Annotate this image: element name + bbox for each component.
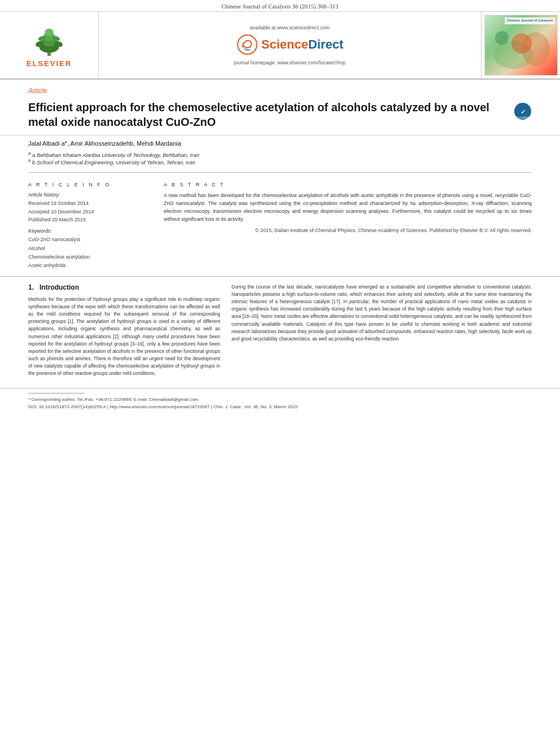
intro-right-col: During the course of the last decade, na… xyxy=(231,283,532,378)
page: Chinese Journal of Catalysis 36 (2015) 3… xyxy=(0,0,560,747)
doi-line: DOI: 10.1016/S1872-2067(14)60259-X | htt… xyxy=(28,403,532,411)
intro-right-text: During the course of the last decade, na… xyxy=(231,283,532,343)
svg-text:✓: ✓ xyxy=(520,108,526,115)
article-type-label: Article xyxy=(28,87,47,95)
footer-divider xyxy=(28,393,85,394)
abstract-text: A new method has been developed for the … xyxy=(164,192,532,224)
abstract-copyright: © 2015, Dalian Institute of Chemical Phy… xyxy=(164,227,532,235)
article-type-section: Article xyxy=(0,80,560,98)
affiliation-a: a a Behbahan Khatam Alanbia University o… xyxy=(28,151,532,158)
article-info-col: A R T I C L E I N F O Article history: R… xyxy=(28,182,152,270)
sciencedirect-icon xyxy=(237,34,258,55)
svg-point-12 xyxy=(511,33,532,54)
keywords-label: Keywords: xyxy=(28,228,152,234)
article-info-header: A R T I C L E I N F O xyxy=(28,182,152,187)
sciencedirect-logo: ScienceDirect xyxy=(237,34,344,55)
crossmark-badge-icon: ✓ CrossMark xyxy=(514,102,532,120)
corresponding-author-line: * Corresponding author. Tel./Fax: +98-67… xyxy=(28,396,532,404)
divider-1 xyxy=(28,172,532,173)
elsevier-brand-text: ELSEVIER xyxy=(27,59,72,68)
available-text: available at www.sciencedirect.com xyxy=(250,25,330,30)
elsevier-logo: ELSEVIER xyxy=(27,23,72,68)
article-title-section: Efficient approach for the chemoselectiv… xyxy=(0,98,560,136)
sciencedirect-text: ScienceDirect xyxy=(261,37,344,52)
sd-direct: Direct xyxy=(308,37,343,51)
svg-text:CrossMark: CrossMark xyxy=(516,116,530,119)
affiliation-a-text: a Behbahan Khatam Alanbia University of … xyxy=(32,152,199,158)
authors-line: Jalal Albadi a*, Amir Alihosseinzadehb, … xyxy=(28,140,532,147)
elsevier-logo-section: ELSEVIER xyxy=(0,12,99,78)
history-label: Article history: xyxy=(28,192,152,198)
journal-header-bar: Chinese Journal of Catalysis 36 (2015) 3… xyxy=(0,0,560,12)
keyword-3: Chemoselective acetylation xyxy=(28,253,152,261)
intro-left-col: 1. Introduction Methods for the protecti… xyxy=(28,283,220,378)
article-info-abstract-section: A R T I C L E I N F O Article history: R… xyxy=(0,176,560,276)
authors-text: Jalal Albadi a*, Amir Alihosseinzadehb, … xyxy=(28,140,181,147)
intro-section-title: 1. Introduction xyxy=(28,283,220,291)
history-accepted: Accepted 10 December 2014 xyxy=(28,208,152,216)
svg-point-4 xyxy=(45,28,53,36)
intro-number: 1. xyxy=(28,283,34,291)
history-received: Received 19 October 2014 xyxy=(28,199,152,207)
sd-science: Science xyxy=(261,37,308,51)
main-content: 1. Introduction Methods for the protecti… xyxy=(0,277,560,383)
cover-decoration xyxy=(485,15,558,76)
affiliation-b: b b School of Chemical Engineering, Univ… xyxy=(28,158,532,165)
elsevier-tree-icon xyxy=(29,23,69,57)
journal-cover-image: Chinese Journal of Catalysis xyxy=(484,15,558,76)
journal-cover-section: Chinese Journal of Catalysis xyxy=(481,12,560,78)
homepage-text: journal homepage: www.elsevier.com/locat… xyxy=(234,60,346,65)
abstract-col: A B S T R A C T A new method has been de… xyxy=(164,182,532,270)
svg-point-13 xyxy=(495,31,509,45)
affiliation-b-text: b School of Chemical Engineering, Univer… xyxy=(32,159,195,165)
keyword-1: CuO-ZnO nanocatalyst xyxy=(28,235,152,244)
page-footer: * Corresponding author. Tel./Fax: +98-67… xyxy=(0,388,560,414)
history-published: Published 20 March 2015 xyxy=(28,216,152,224)
abstract-header: A B S T R A C T xyxy=(164,182,532,187)
svg-point-9 xyxy=(238,35,257,54)
journal-header-text: Chinese Journal of Catalysis 36 (2015) 3… xyxy=(221,3,338,10)
intro-left-text: Methods for the protection of hydroxyl g… xyxy=(28,296,220,378)
authors-section: Jalal Albadi a*, Amir Alihosseinzadehb, … xyxy=(0,136,560,149)
top-banner: ELSEVIER available at www.sciencedirect.… xyxy=(0,12,560,80)
intro-title-text: Introduction xyxy=(40,283,79,291)
sciencedirect-section: available at www.sciencedirect.com Scien… xyxy=(99,12,481,78)
keyword-2: Alcohol xyxy=(28,244,152,253)
article-title: Efficient approach for the chemoselectiv… xyxy=(28,100,508,129)
keyword-4: Acetic anhydride xyxy=(28,261,152,270)
affiliations-section: a a Behbahan Khatam Alanbia University o… xyxy=(0,149,560,169)
